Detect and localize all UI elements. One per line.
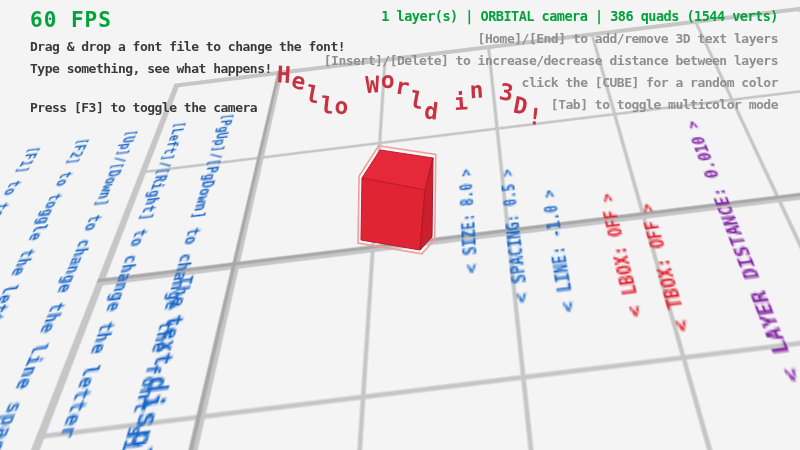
- caption-word: displayed: [93, 374, 172, 450]
- cube-front-face: [361, 178, 425, 250]
- hint-cube-color: click the [CUBE] for a random color: [324, 75, 778, 90]
- hud-right: 1 layer(s) | ORBITAL camera | 386 quads …: [324, 8, 778, 112]
- hint-toggle-camera: Press [F3] to toggle the camera: [30, 100, 345, 115]
- hud-left: 60 FPS Drag & drop a font file to change…: [30, 8, 345, 115]
- render-stats: 1 layer(s) | ORBITAL camera | 386 quads …: [324, 8, 778, 24]
- caption-word: The: [167, 275, 194, 308]
- fps-counter: 60 FPS: [30, 8, 345, 32]
- hint-drag-drop: Drag & drop a font file to change the fo…: [30, 39, 345, 54]
- hint-layer-distance: [Insert]/[Delete] to increase/decrease d…: [324, 53, 778, 68]
- hint-layers: [Home]/[End] to add/remove 3D text layer…: [324, 31, 778, 46]
- viewport: [F1] to toggle the text boundary [F2] to…: [0, 0, 800, 450]
- caption-word: text: [149, 313, 185, 367]
- hint-type: Type something, see what happens!: [30, 61, 345, 76]
- hint-multicolor: [Tab] to toggle multicolor mode: [324, 97, 778, 112]
